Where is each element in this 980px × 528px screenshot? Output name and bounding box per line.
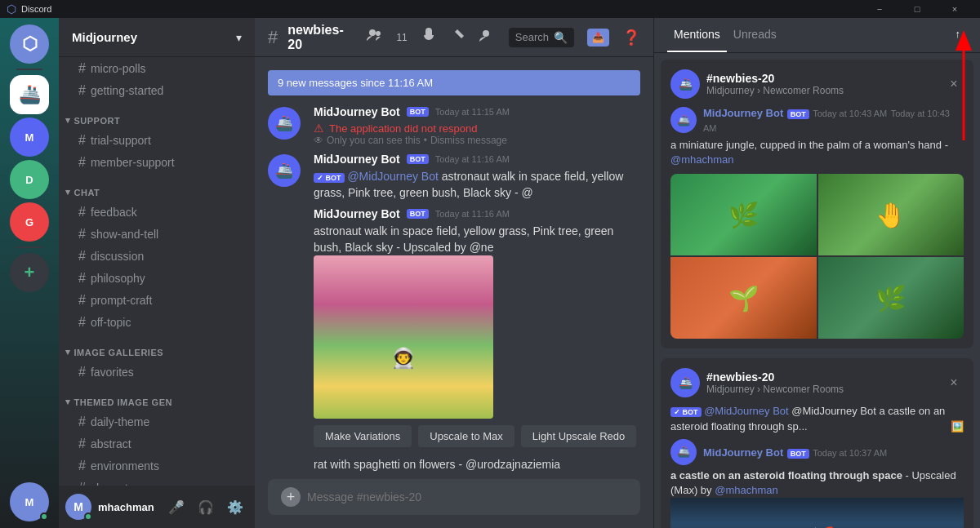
server-icon-2[interactable]: M	[10, 118, 49, 157]
mention-panel: Mentions Unreads ↑ 🚢 #newbies-20 Midjour…	[653, 18, 980, 528]
user-server-icon[interactable]: M	[10, 482, 49, 521]
server-icon-4[interactable]: G	[10, 202, 49, 242]
add-member-icon[interactable]	[479, 27, 496, 47]
channel-name: philosophy	[91, 272, 145, 285]
tab-unreads[interactable]: Unreads	[727, 18, 783, 52]
only-you-notice: 👁 Only you can see this • Dismiss messag…	[314, 135, 640, 146]
svg-point-2	[483, 30, 489, 37]
error-icon: ⚠	[314, 122, 324, 135]
members-icon[interactable]	[367, 27, 383, 47]
svg-point-1	[376, 31, 381, 36]
channel-name: micro-polls	[91, 62, 146, 75]
channel-item-trial-support[interactable]: # trial-support	[65, 130, 248, 151]
channel-item-discussion[interactable]: # discussion	[65, 246, 248, 267]
category-themed-image-gen[interactable]: ▾ THEMED IMAGE GEN	[59, 384, 255, 410]
make-variations-button[interactable]: Make Variations	[314, 425, 412, 447]
light-upscale-redo-button[interactable]: Light Upscale Redo	[521, 425, 636, 447]
castle-text: a castle on an asteroid floating through…	[670, 469, 902, 481]
dismiss-button[interactable]: Dismiss message	[430, 135, 507, 146]
message-group-1: 🚢 MidJourney Bot BOT Today at 11:15 AM ⚠…	[255, 102, 653, 149]
mention-image-grid-1: 🌿 🤚 🌱 🌿	[670, 174, 964, 339]
preview-bot-badge: ✓ BOT	[670, 407, 702, 417]
add-attachment-button[interactable]: +	[281, 487, 301, 507]
tab-mentions[interactable]: Mentions	[667, 18, 727, 52]
channel-item-getting-started[interactable]: # getting-started	[65, 80, 248, 101]
chat-input-box: +	[268, 479, 640, 515]
astronaut-image	[314, 255, 493, 419]
channel-item-daily-theme[interactable]: # daily-theme	[65, 411, 248, 433]
bot-badge-2: BOT	[407, 154, 429, 164]
home-button[interactable]: ⬡	[10, 24, 49, 64]
mention-close-2[interactable]: ×	[944, 373, 964, 393]
message-content-2: MidJourney Bot BOT Today at 11:16 AM ✓ B…	[314, 153, 640, 479]
mention-author-block-2: MidJourney Bot BOT Today at 10:37 AM	[703, 445, 887, 459]
mention-author-1: MidJourney Bot	[703, 107, 783, 119]
mention-bot-badge-1: BOT	[787, 109, 809, 119]
channel-name: abstract	[91, 437, 131, 450]
category-arrow: ▾	[65, 115, 71, 126]
hash-icon: #	[78, 227, 86, 242]
castle-image: 🚀	[670, 498, 964, 528]
minimize-button[interactable]: −	[861, 0, 898, 18]
category-support[interactable]: ▾ SUPPORT	[59, 102, 255, 129]
channel-item-philosophy[interactable]: # philosophy	[65, 268, 248, 289]
search-placeholder: Search	[515, 31, 549, 43]
bot-avatar: 🚢	[268, 107, 301, 140]
hash-icon: #	[78, 271, 86, 286]
server-icon-3[interactable]: D	[10, 160, 49, 199]
category-label: CHAT	[74, 188, 100, 197]
inbox-icon[interactable]: 📥	[587, 29, 609, 47]
category-image-galleries[interactable]: ▾ IMAGE GALLERIES	[59, 334, 255, 361]
message-input[interactable]	[307, 490, 627, 504]
preview-image-icon: 🖼️	[951, 419, 964, 434]
channel-item-feedback[interactable]: # feedback	[65, 202, 248, 223]
mention-author-2: MidJourney Bot	[703, 446, 783, 459]
titlebar-left: ⬡ Discord	[7, 2, 51, 16]
deafen-button[interactable]: 🎧	[193, 494, 219, 520]
mute-button[interactable]: 🎤	[163, 494, 189, 520]
jungle-img-content-1: 🌿	[670, 174, 817, 255]
help-icon[interactable]: ❓	[622, 29, 640, 47]
channel-item-environments[interactable]: # environments	[65, 455, 248, 477]
mention-time-1: Today at 10:43 AM	[813, 109, 887, 118]
channel-item-member-support[interactable]: # member-support	[65, 152, 248, 173]
channel-item-abstract[interactable]: # abstract	[65, 433, 248, 455]
mute-icon[interactable]	[421, 27, 437, 47]
channel-item-show-and-tell[interactable]: # show-and-tell	[65, 224, 248, 245]
category-arrow: ▾	[65, 347, 71, 357]
channel-name: show-and-tell	[91, 228, 158, 241]
mention-text: @MidJourney Bot	[347, 170, 441, 183]
mention-close-1[interactable]: ×	[944, 74, 964, 94]
main-chat-area: # newbies-20 11 Search 🔍	[255, 18, 653, 528]
settings-button[interactable]: ⚙️	[222, 494, 248, 520]
upscale-max-button[interactable]: Upscale to Max	[418, 425, 514, 447]
bot-badge-1: BOT	[407, 107, 429, 117]
user-status-indicator	[84, 512, 92, 521]
channel-item-characters[interactable]: # characters	[65, 477, 248, 486]
jungle-img-4: 🌿	[818, 257, 964, 339]
add-server-button[interactable]: +	[10, 253, 49, 292]
search-icon: 🔍	[554, 31, 568, 44]
mention-card-title-2: #newbies-20 Midjourney › Newcomer Rooms	[706, 370, 938, 395]
pin-icon[interactable]	[450, 27, 466, 47]
message-header-2: MidJourney Bot BOT Today at 11:16 AM	[314, 153, 640, 166]
mention-card-header-1: 🚢 #newbies-20 Midjourney › Newcomer Room…	[661, 60, 973, 105]
mention-channel-1: #newbies-20	[706, 72, 938, 85]
channel-item-favorites[interactable]: # favorites	[65, 362, 248, 383]
server-icon-midjourney[interactable]: 🚢	[10, 75, 49, 114]
maximize-button[interactable]: □	[898, 0, 936, 18]
channel-item-off-topic[interactable]: # off-topic	[65, 312, 248, 333]
app-body: ⬡ 🚢 M D G + M Midjourney ▾ # micro-polls	[0, 18, 980, 528]
new-messages-bar[interactable]: 9 new messages since 11:16 AM	[268, 70, 640, 95]
hash-icon: #	[78, 155, 86, 170]
mention-avatar-2: 🚢	[670, 439, 697, 465]
channel-item-prompt-craft[interactable]: # prompt-craft	[65, 290, 248, 311]
server-header[interactable]: Midjourney ▾	[59, 18, 255, 57]
close-button[interactable]: ×	[936, 0, 973, 18]
header-icons: 11 Search 🔍 📥 ❓	[367, 27, 640, 47]
search-bar[interactable]: Search 🔍	[509, 28, 574, 47]
channel-name: feedback	[91, 206, 137, 219]
category-chat[interactable]: ▾ CHAT	[59, 174, 255, 201]
jungle-img-2: 🤚	[818, 174, 964, 255]
channel-item-micro-polls[interactable]: # micro-polls	[65, 58, 248, 79]
